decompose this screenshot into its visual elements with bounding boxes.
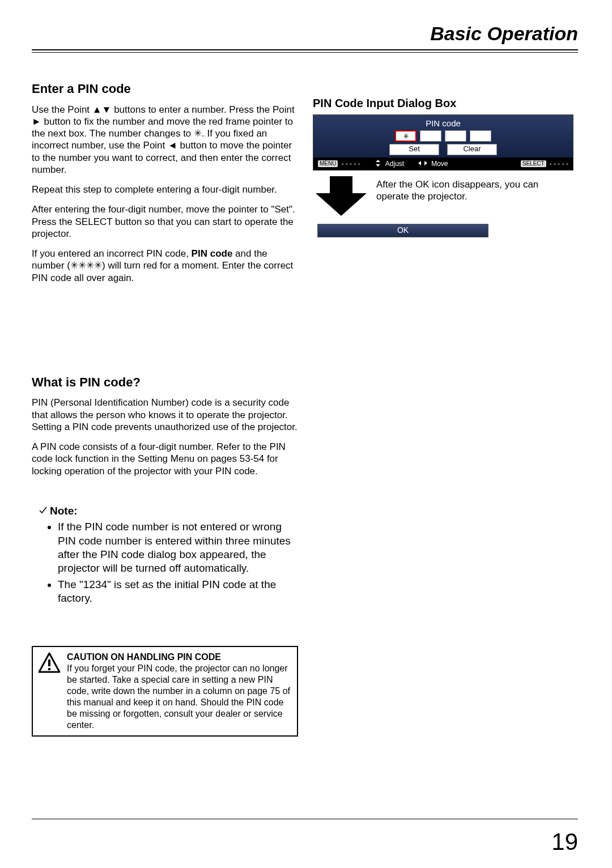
svg-rect-1 <box>48 668 50 670</box>
adjust-label: Adjust <box>385 160 404 168</box>
check-icon <box>39 505 48 517</box>
pin-field-4[interactable] <box>470 130 491 142</box>
caution-title: CAUTION ON HANDLING PIN CODE <box>67 652 291 663</box>
pin-field-1[interactable]: ✳ <box>395 130 416 142</box>
note-item: The "1234" is set as the initial PIN cod… <box>58 578 298 606</box>
page-number: 19 <box>551 828 578 856</box>
updown-icon <box>374 159 382 169</box>
svg-rect-0 <box>48 659 50 666</box>
paragraph: If you entered an incorrect PIN code, PI… <box>32 248 298 284</box>
pin-dialog: PIN code ✳ Set Clear MENU - <box>313 114 573 171</box>
clear-button[interactable]: Clear <box>447 144 497 155</box>
bold-pin-code: PIN code <box>192 248 233 259</box>
note-label: Note: <box>50 504 78 518</box>
caution-icon <box>37 652 61 731</box>
note-block: Note: If the PIN code number is not ente… <box>39 504 298 606</box>
header-rule-thin <box>32 52 578 53</box>
section-heading-enter-pin: Enter a PIN code <box>32 81 298 97</box>
dialog-hint-bar: MENU - - - - - Adjust Move <box>313 158 573 170</box>
dialog-heading: PIN Code Input Dialog Box <box>313 97 573 110</box>
section-heading-what-is-pin: What is PIN code? <box>32 375 298 390</box>
paragraph: Repeat this step to complete entering a … <box>32 184 298 195</box>
ok-bar: OK <box>317 224 488 237</box>
select-dashes: - - - - - <box>550 160 568 168</box>
caution-body: If you forget your PIN code, the project… <box>67 663 291 731</box>
menu-chip: MENU <box>318 160 338 167</box>
paragraph: After entering the four-digit number, mo… <box>32 203 298 240</box>
pin-field-2[interactable] <box>420 130 441 142</box>
paragraph: A PIN code consists of a four-digit numb… <box>32 441 298 477</box>
text-span: If you entered an incorrect PIN code, <box>32 248 192 259</box>
dialog-title: PIN code <box>317 117 570 130</box>
footer-rule <box>32 819 578 819</box>
menu-dashes: - - - - - <box>341 160 360 168</box>
header-rule-thick <box>32 49 578 50</box>
page-header-title: Basic Operation <box>32 23 578 48</box>
paragraph: PIN (Personal Identification Number) cod… <box>32 397 298 433</box>
caution-box: CAUTION ON HANDLING PIN CODE If you forg… <box>32 646 298 737</box>
note-item: If the PIN code number is not entered or… <box>58 520 298 575</box>
set-button[interactable]: Set <box>389 144 439 155</box>
paragraph: Use the Point ▲▼ buttons to enter a numb… <box>32 104 298 176</box>
pin-field-3[interactable] <box>445 130 466 142</box>
move-label: Move <box>431 160 448 168</box>
down-arrow-icon <box>313 176 369 218</box>
select-chip: SELECT <box>521 160 546 167</box>
leftright-icon <box>418 160 428 168</box>
arrow-caption: After the OK icon disappears, you can op… <box>376 176 573 203</box>
